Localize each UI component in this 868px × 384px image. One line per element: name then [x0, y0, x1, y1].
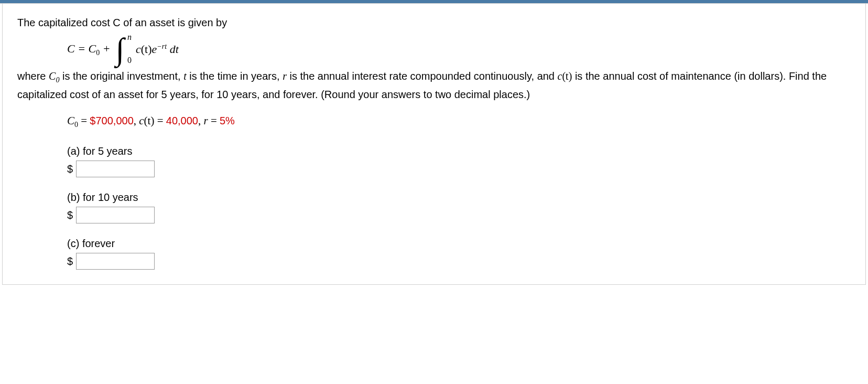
given-ct: c: [139, 114, 144, 127]
part-a-label: (a) for 5 years: [67, 143, 851, 159]
part-b: (b) for 10 years $: [67, 189, 851, 223]
answer-input-b[interactable]: [76, 207, 155, 223]
given-c0: C: [67, 114, 74, 127]
dollar-sign-b: $: [67, 207, 73, 223]
intro-text: The capitalized cost C of an asset is gi…: [17, 14, 851, 31]
desc-r: r: [283, 70, 287, 82]
desc-ct-paren: (t): [562, 70, 572, 82]
integrand-e: e: [152, 42, 157, 56]
formula-eq: =: [75, 42, 89, 55]
description-text: where C0 is the original investment, t i…: [17, 68, 851, 103]
formula-display: C = C0 + ∫ n 0 c(t)e−rt dt: [67, 35, 851, 63]
integral-icon: ∫ n 0: [116, 35, 124, 63]
integrand-dt: dt: [167, 42, 179, 56]
formula-lhs: C: [67, 42, 75, 55]
given-values: C0 = $700,000, c(t) = 40,000, r = 5%: [67, 112, 851, 131]
top-accent-bar: [0, 0, 868, 4]
given-comma1: ,: [134, 114, 139, 127]
dollar-sign-c: $: [67, 253, 73, 270]
given-val3: 5%: [220, 115, 235, 126]
given-val1: $700,000: [90, 115, 133, 126]
given-eq1: =: [78, 114, 90, 127]
integrand-paren: (t): [141, 42, 152, 56]
desc-p2: is the original investment,: [59, 70, 183, 82]
question-container: The capitalized cost C of an asset is gi…: [2, 4, 866, 285]
desc-p1: where: [17, 70, 49, 82]
integrand: c(t)e−rt dt: [136, 40, 179, 58]
answer-input-c[interactable]: [76, 253, 155, 270]
answer-input-a[interactable]: [76, 161, 155, 177]
given-comma2: ,: [198, 114, 204, 127]
part-b-label: (b) for 10 years: [67, 189, 851, 206]
integrand-exp: −rt: [157, 42, 167, 50]
given-ct-paren: (t): [144, 114, 155, 127]
given-eq3: =: [208, 114, 220, 127]
desc-p3: is the time in years,: [187, 70, 283, 82]
part-c: (c) forever $: [67, 235, 851, 270]
given-r: r: [203, 114, 208, 127]
formula-c0: C: [89, 42, 96, 55]
desc-c0: C: [49, 70, 56, 82]
given-val2: 40,000: [166, 115, 198, 126]
given-c0-sub: 0: [74, 121, 78, 129]
integral-upper: n: [127, 33, 132, 41]
integral-lower: 0: [127, 56, 132, 65]
dollar-sign-a: $: [67, 161, 73, 177]
integrand-c: c: [136, 42, 141, 56]
formula-plus: +: [100, 42, 110, 55]
part-a: (a) for 5 years $: [67, 143, 851, 177]
given-eq2: =: [154, 114, 166, 127]
part-c-label: (c) forever: [67, 235, 851, 252]
desc-p4: is the annual interest rate compounded c…: [287, 70, 558, 82]
